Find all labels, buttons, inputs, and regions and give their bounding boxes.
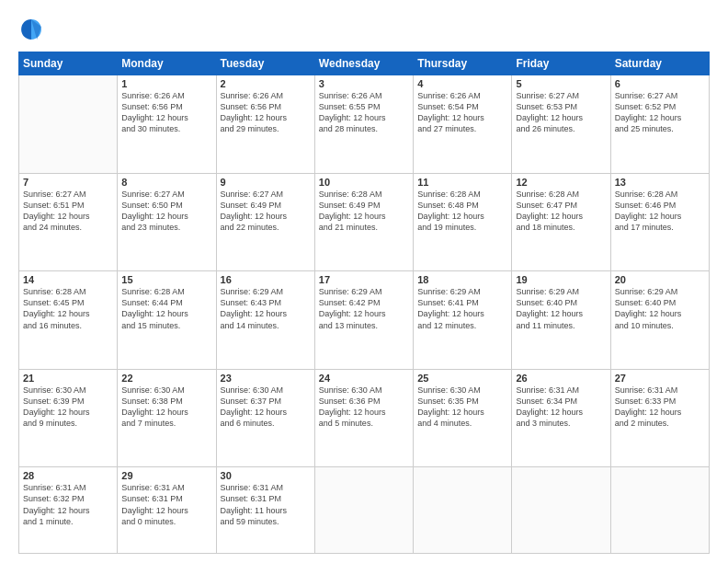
day-cell: 13Sunrise: 6:28 AMSunset: 6:46 PMDayligh… xyxy=(610,173,709,271)
day-info: Sunrise: 6:26 AMSunset: 6:55 PMDaylight:… xyxy=(319,90,409,135)
day-number: 29 xyxy=(121,470,211,481)
day-number: 3 xyxy=(319,78,409,89)
day-cell: 6Sunrise: 6:27 AMSunset: 6:52 PMDaylight… xyxy=(610,75,709,174)
day-info: Sunrise: 6:30 AMSunset: 6:39 PMDaylight:… xyxy=(23,385,113,430)
day-number: 18 xyxy=(417,274,507,285)
day-info: Sunrise: 6:28 AMSunset: 6:49 PMDaylight:… xyxy=(319,189,409,234)
day-number: 2 xyxy=(221,78,311,89)
day-cell: 7Sunrise: 6:27 AMSunset: 6:51 PMDaylight… xyxy=(19,173,118,271)
day-cell: 17Sunrise: 6:29 AMSunset: 6:42 PMDayligh… xyxy=(314,271,413,370)
day-number: 12 xyxy=(516,177,606,188)
day-number: 26 xyxy=(516,373,606,384)
day-info: Sunrise: 6:26 AMSunset: 6:56 PMDaylight:… xyxy=(221,90,311,135)
day-info: Sunrise: 6:30 AMSunset: 6:36 PMDaylight:… xyxy=(319,385,409,430)
day-cell xyxy=(19,75,118,174)
day-cell xyxy=(610,467,709,554)
week-row-5: 28Sunrise: 6:31 AMSunset: 6:32 PMDayligh… xyxy=(19,467,710,554)
day-number: 24 xyxy=(319,373,409,384)
day-number: 9 xyxy=(221,177,311,188)
day-number: 16 xyxy=(221,274,311,285)
day-info: Sunrise: 6:27 AMSunset: 6:49 PMDaylight:… xyxy=(221,189,311,234)
day-number: 19 xyxy=(516,274,606,285)
week-row-3: 14Sunrise: 6:28 AMSunset: 6:45 PMDayligh… xyxy=(19,271,710,370)
day-cell: 18Sunrise: 6:29 AMSunset: 6:41 PMDayligh… xyxy=(414,271,512,370)
day-info: Sunrise: 6:31 AMSunset: 6:31 PMDaylight:… xyxy=(121,482,211,527)
day-cell: 1Sunrise: 6:26 AMSunset: 6:56 PMDaylight… xyxy=(118,75,216,174)
day-info: Sunrise: 6:29 AMSunset: 6:43 PMDaylight:… xyxy=(221,286,311,331)
day-number: 23 xyxy=(221,373,311,384)
weekday-header-sunday: Sunday xyxy=(19,52,118,75)
day-cell: 29Sunrise: 6:31 AMSunset: 6:31 PMDayligh… xyxy=(118,467,216,554)
calendar-table: SundayMondayTuesdayWednesdayThursdayFrid… xyxy=(18,52,710,554)
day-number: 6 xyxy=(615,78,705,89)
day-number: 14 xyxy=(23,274,113,285)
day-info: Sunrise: 6:26 AMSunset: 6:54 PMDaylight:… xyxy=(417,90,507,135)
day-info: Sunrise: 6:26 AMSunset: 6:56 PMDaylight:… xyxy=(121,90,211,135)
day-number: 5 xyxy=(516,78,606,89)
weekday-header-row: SundayMondayTuesdayWednesdayThursdayFrid… xyxy=(19,52,710,75)
day-info: Sunrise: 6:28 AMSunset: 6:47 PMDaylight:… xyxy=(516,189,606,234)
day-number: 20 xyxy=(615,274,705,285)
day-cell: 4Sunrise: 6:26 AMSunset: 6:54 PMDaylight… xyxy=(414,75,512,174)
day-info: Sunrise: 6:29 AMSunset: 6:41 PMDaylight:… xyxy=(417,286,507,331)
day-cell: 14Sunrise: 6:28 AMSunset: 6:45 PMDayligh… xyxy=(19,271,118,370)
day-number: 17 xyxy=(319,274,409,285)
day-info: Sunrise: 6:27 AMSunset: 6:52 PMDaylight:… xyxy=(615,90,705,135)
day-cell: 12Sunrise: 6:28 AMSunset: 6:47 PMDayligh… xyxy=(512,173,610,271)
day-cell: 19Sunrise: 6:29 AMSunset: 6:40 PMDayligh… xyxy=(512,271,610,370)
weekday-header-wednesday: Wednesday xyxy=(314,52,413,75)
weekday-header-tuesday: Tuesday xyxy=(216,52,314,75)
day-info: Sunrise: 6:30 AMSunset: 6:37 PMDaylight:… xyxy=(221,385,311,430)
day-info: Sunrise: 6:27 AMSunset: 6:51 PMDaylight:… xyxy=(23,189,113,234)
day-info: Sunrise: 6:31 AMSunset: 6:31 PMDaylight:… xyxy=(221,482,311,527)
day-info: Sunrise: 6:27 AMSunset: 6:53 PMDaylight:… xyxy=(516,90,606,135)
day-info: Sunrise: 6:28 AMSunset: 6:46 PMDaylight:… xyxy=(615,189,705,234)
day-info: Sunrise: 6:31 AMSunset: 6:33 PMDaylight:… xyxy=(615,385,705,430)
header xyxy=(18,17,710,42)
day-info: Sunrise: 6:31 AMSunset: 6:34 PMDaylight:… xyxy=(516,385,606,430)
day-cell: 10Sunrise: 6:28 AMSunset: 6:49 PMDayligh… xyxy=(314,173,413,271)
day-cell: 2Sunrise: 6:26 AMSunset: 6:56 PMDaylight… xyxy=(216,75,314,174)
day-number: 4 xyxy=(417,78,507,89)
day-cell: 22Sunrise: 6:30 AMSunset: 6:38 PMDayligh… xyxy=(118,369,216,467)
day-cell: 27Sunrise: 6:31 AMSunset: 6:33 PMDayligh… xyxy=(610,369,709,467)
week-row-4: 21Sunrise: 6:30 AMSunset: 6:39 PMDayligh… xyxy=(19,369,710,467)
day-number: 1 xyxy=(121,78,211,89)
day-cell: 23Sunrise: 6:30 AMSunset: 6:37 PMDayligh… xyxy=(216,369,314,467)
weekday-header-saturday: Saturday xyxy=(610,52,709,75)
day-number: 22 xyxy=(121,373,211,384)
day-info: Sunrise: 6:31 AMSunset: 6:32 PMDaylight:… xyxy=(23,482,113,527)
day-cell: 28Sunrise: 6:31 AMSunset: 6:32 PMDayligh… xyxy=(19,467,118,554)
day-cell: 21Sunrise: 6:30 AMSunset: 6:39 PMDayligh… xyxy=(19,369,118,467)
week-row-2: 7Sunrise: 6:27 AMSunset: 6:51 PMDaylight… xyxy=(19,173,710,271)
day-info: Sunrise: 6:27 AMSunset: 6:50 PMDaylight:… xyxy=(121,189,211,234)
day-cell xyxy=(512,467,610,554)
day-cell: 20Sunrise: 6:29 AMSunset: 6:40 PMDayligh… xyxy=(610,271,709,370)
weekday-header-friday: Friday xyxy=(512,52,610,75)
day-number: 25 xyxy=(417,373,507,384)
day-number: 27 xyxy=(615,373,705,384)
day-cell: 26Sunrise: 6:31 AMSunset: 6:34 PMDayligh… xyxy=(512,369,610,467)
day-cell: 24Sunrise: 6:30 AMSunset: 6:36 PMDayligh… xyxy=(314,369,413,467)
day-info: Sunrise: 6:28 AMSunset: 6:45 PMDaylight:… xyxy=(23,286,113,331)
day-cell: 30Sunrise: 6:31 AMSunset: 6:31 PMDayligh… xyxy=(216,467,314,554)
day-cell: 9Sunrise: 6:27 AMSunset: 6:49 PMDaylight… xyxy=(216,173,314,271)
day-info: Sunrise: 6:30 AMSunset: 6:35 PMDaylight:… xyxy=(417,385,507,430)
day-info: Sunrise: 6:28 AMSunset: 6:44 PMDaylight:… xyxy=(121,286,211,331)
day-cell: 5Sunrise: 6:27 AMSunset: 6:53 PMDaylight… xyxy=(512,75,610,174)
day-info: Sunrise: 6:29 AMSunset: 6:42 PMDaylight:… xyxy=(319,286,409,331)
weekday-header-monday: Monday xyxy=(118,52,216,75)
day-info: Sunrise: 6:28 AMSunset: 6:48 PMDaylight:… xyxy=(417,189,507,234)
day-number: 8 xyxy=(121,177,211,188)
day-number: 13 xyxy=(615,177,705,188)
day-info: Sunrise: 6:29 AMSunset: 6:40 PMDaylight:… xyxy=(516,286,606,331)
day-info: Sunrise: 6:29 AMSunset: 6:40 PMDaylight:… xyxy=(615,286,705,331)
day-info: Sunrise: 6:30 AMSunset: 6:38 PMDaylight:… xyxy=(121,385,211,430)
day-cell: 11Sunrise: 6:28 AMSunset: 6:48 PMDayligh… xyxy=(414,173,512,271)
day-cell xyxy=(414,467,512,554)
logo-icon xyxy=(18,17,44,42)
day-number: 28 xyxy=(23,470,113,481)
week-row-1: 1Sunrise: 6:26 AMSunset: 6:56 PMDaylight… xyxy=(19,75,710,174)
day-number: 11 xyxy=(417,177,507,188)
day-cell: 3Sunrise: 6:26 AMSunset: 6:55 PMDaylight… xyxy=(314,75,413,174)
